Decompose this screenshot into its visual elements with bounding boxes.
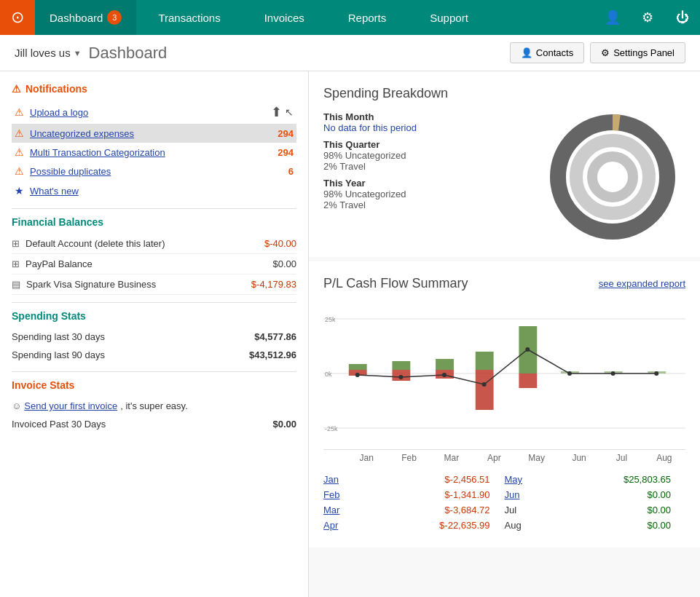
cashflow-month-may[interactable]: May: [505, 474, 534, 485]
tab-invoices[interactable]: Invoices: [243, 0, 326, 35]
balance-row-2: ⊞ PayPal Balance $0.00: [12, 254, 296, 274]
notif-uncategorized-label[interactable]: Uncategorized expenses: [30, 128, 278, 139]
month-labels: Jan Feb Mar Apr May Jun Jul Aug: [323, 450, 685, 466]
tab-reports[interactable]: Reports: [326, 0, 409, 35]
page-title: Dashboard: [89, 44, 168, 63]
cashflow-amount-mar: $-3,684.72: [353, 505, 505, 515]
cashflow-month-jan[interactable]: Jan: [323, 474, 353, 485]
account-icon-2: ⊞: [12, 258, 20, 269]
cashflow-section: P/L Cash Flow Summary see expanded repor…: [309, 261, 700, 547]
contacts-icon: 👤: [521, 47, 532, 58]
notif-duplicates-label[interactable]: Possible duplicates: [30, 166, 288, 177]
cashflow-row-jul: Jul $0.00: [505, 502, 686, 518]
tab-dashboard[interactable]: Dashboard 3: [35, 0, 136, 35]
breakdown-year-item-2: 2% Travel: [323, 199, 525, 210]
cursor-icon: ↖: [285, 106, 294, 118]
svg-rect-14: [392, 361, 410, 370]
tab-transactions-label: Transactions: [158, 12, 220, 24]
balance-row-1: ⊞ Default Account (delete this later) $-…: [12, 234, 296, 254]
breakdown-quarter-item-2: 2% Travel: [323, 161, 525, 172]
cashflow-amount-jan: $-2,456.51: [353, 474, 505, 485]
cashflow-header: P/L Cash Flow Summary see expanded repor…: [323, 276, 685, 291]
user-icon-button[interactable]: 👤: [595, 0, 630, 35]
month-label-may: May: [516, 453, 558, 463]
breakdown-year-item-1: 98% Uncategorized: [323, 189, 525, 199]
account-icon-1: ⊞: [12, 238, 20, 249]
contacts-button[interactable]: 👤 Contacts: [510, 42, 584, 63]
spending-breakdown-section: Spending Breakdown This Month No data fo…: [309, 71, 700, 257]
home-button[interactable]: ⊙: [0, 0, 35, 35]
smiley-icon: ☺: [12, 400, 21, 411]
whats-new-row: ★ What's new: [12, 181, 296, 201]
dashboard-badge: 3: [107, 10, 122, 25]
settings-panel-button[interactable]: ⚙ Settings Panel: [590, 42, 685, 63]
main-content: ⚠ Notifications ⚠ Upload a logo ⬆ ↖ ⚠ Un…: [0, 71, 700, 597]
balance-amount-1: $-40.00: [264, 238, 296, 249]
notif-multi-label[interactable]: Multi Transaction Categorization: [30, 147, 278, 158]
cashflow-month-apr[interactable]: Apr: [323, 520, 353, 531]
breakdown-this-month-label: This Month: [323, 111, 525, 122]
notifications-section: ⚠ Notifications ⚠ Upload a logo ⬆ ↖ ⚠ Un…: [12, 83, 296, 201]
cashflow-amount-feb: $-1,341.90: [353, 489, 505, 500]
company-name[interactable]: Jill loves us ▼: [15, 47, 82, 59]
cashflow-month-jun[interactable]: Jun: [505, 489, 534, 500]
notif-upload-logo: ⚠ Upload a logo ⬆ ↖: [12, 100, 296, 124]
balance-amount-2: $0.00: [272, 258, 296, 269]
see-expanded-report-link[interactable]: see expanded report: [599, 278, 685, 289]
settings-icon-button[interactable]: ⚙: [630, 0, 665, 35]
balance-label-3: Spark Visa Signature Business: [26, 279, 251, 290]
cashflow-row-jun: Jun $0.00: [505, 487, 686, 502]
notif-multi-transaction: ⚠ Multi Transaction Categorization 294: [12, 143, 296, 162]
warning-icon-1: ⚠: [15, 106, 24, 118]
account-icon-3: ▤: [12, 279, 20, 290]
notif-uncategorized: ⚠ Uncategorized expenses 294: [12, 124, 296, 143]
month-label-mar: Mar: [430, 453, 473, 463]
cashflow-chart: 25k 0k -25k: [323, 297, 685, 450]
cashflow-month-feb[interactable]: Feb: [323, 489, 353, 500]
breakdown-donut-chart: [540, 111, 685, 242]
svg-text:25k: 25k: [325, 316, 336, 323]
svg-rect-18: [476, 352, 494, 370]
cashflow-month-mar[interactable]: Mar: [323, 505, 353, 515]
cashflow-amount-aug: $0.00: [534, 520, 686, 531]
star-icon: ★: [15, 185, 24, 197]
spending-stats-section: Spending Stats Spending last 30 days $4,…: [12, 310, 296, 364]
right-panel: Spending Breakdown This Month No data fo…: [309, 71, 700, 597]
power-icon-button[interactable]: ⏻: [665, 0, 700, 35]
spending-label-2: Spending last 90 days: [12, 349, 249, 360]
balance-label-2: PayPal Balance: [25, 258, 272, 269]
notif-upload-label[interactable]: Upload a logo: [30, 107, 271, 118]
cashflow-title: P/L Cash Flow Summary: [323, 276, 468, 291]
spending-row-1: Spending last 30 days $4,577.86: [12, 328, 296, 346]
spending-row-2: Spending last 90 days $43,512.96: [12, 346, 296, 364]
breakdown-data: This Month No data for this period This …: [323, 111, 525, 242]
divider-2: [12, 302, 296, 303]
spending-stats-title: Spending Stats: [12, 310, 296, 322]
invoice-stats-title: Invoice Stats: [12, 379, 296, 391]
svg-rect-12: [349, 364, 367, 370]
warning-icon-3: ⚠: [15, 146, 24, 158]
svg-rect-17: [476, 370, 494, 410]
invoice-link-suffix: , it's super easy.: [120, 400, 188, 411]
whats-new-link[interactable]: What's new: [30, 186, 79, 197]
tab-transactions[interactable]: Transactions: [136, 0, 242, 35]
settings-panel-icon: ⚙: [601, 47, 610, 58]
invoice-send-link[interactable]: Send your first invoice: [24, 400, 117, 411]
cashflow-month-jul: Jul: [505, 505, 534, 515]
svg-rect-16: [436, 359, 454, 370]
tab-invoices-label: Invoices: [264, 12, 304, 24]
spending-value-2: $43,512.96: [249, 349, 296, 360]
svg-rect-20: [519, 373, 537, 388]
spending-breakdown-title: Spending Breakdown: [323, 86, 685, 101]
tab-reports-label: Reports: [348, 12, 387, 24]
spending-value-1: $4,577.86: [254, 331, 296, 342]
upload-icon[interactable]: ⬆: [271, 104, 282, 120]
tab-support[interactable]: Support: [408, 0, 490, 35]
cashflow-amount-jun: $0.00: [534, 489, 686, 500]
invoice-past30-value: $0.00: [272, 419, 296, 430]
financial-balances-section: Financial Balances ⊞ Default Account (de…: [12, 216, 296, 295]
warning-icon: ⚠: [12, 83, 21, 95]
spending-label-1: Spending last 30 days: [12, 331, 254, 342]
divider-3: [12, 371, 296, 372]
financial-balances-title: Financial Balances: [12, 216, 296, 228]
